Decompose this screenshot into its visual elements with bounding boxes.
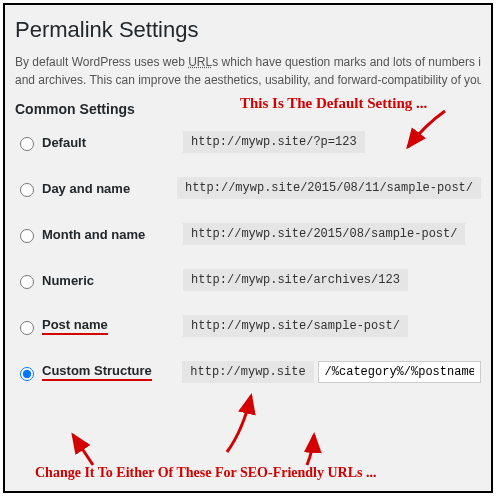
radio-numeric[interactable] [20,275,34,289]
option-monthname: Month and name http://mywp.site/2015/08/… [15,223,481,245]
option-numeric: Numeric http://mywp.site/archives/123 [15,269,481,291]
radio-default[interactable] [20,137,34,151]
annotation-seo: Change It To Either Of These For SEO-Fri… [35,465,376,481]
label-numeric: Numeric [42,273,94,288]
arrow-icon [215,390,275,460]
radio-monthname[interactable] [20,229,34,243]
label-default: Default [42,135,86,150]
option-custom: Custom Structure http://mywp.site [15,361,481,383]
label-monthname: Month and name [42,227,145,242]
page-title: Permalink Settings [15,17,481,43]
label-dayname: Day and name [42,181,130,196]
url-numeric: http://mywp.site/archives/123 [183,269,408,291]
arrow-icon [65,430,115,470]
custom-structure-input[interactable] [318,361,481,383]
label-custom: Custom Structure [42,363,152,381]
annotation-default: This Is The Default Setting ... [240,95,427,112]
option-postname: Post name http://mywp.site/sample-post/ [15,315,481,337]
arrow-icon [299,430,339,470]
url-postname: http://mywp.site/sample-post/ [183,315,408,337]
radio-dayname[interactable] [20,183,34,197]
radio-custom[interactable] [20,367,34,381]
url-custom-base: http://mywp.site [182,361,313,383]
url-monthname: http://mywp.site/2015/08/sample-post/ [183,223,465,245]
url-dayname: http://mywp.site/2015/08/11/sample-post/ [177,177,481,199]
option-default: Default http://mywp.site/?p=123 [15,131,481,153]
label-postname: Post name [42,317,108,335]
radio-postname[interactable] [20,321,34,335]
page-description: By default WordPress uses web URLs which… [15,53,481,89]
option-dayname: Day and name http://mywp.site/2015/08/11… [15,177,481,199]
url-default: http://mywp.site/?p=123 [183,131,365,153]
